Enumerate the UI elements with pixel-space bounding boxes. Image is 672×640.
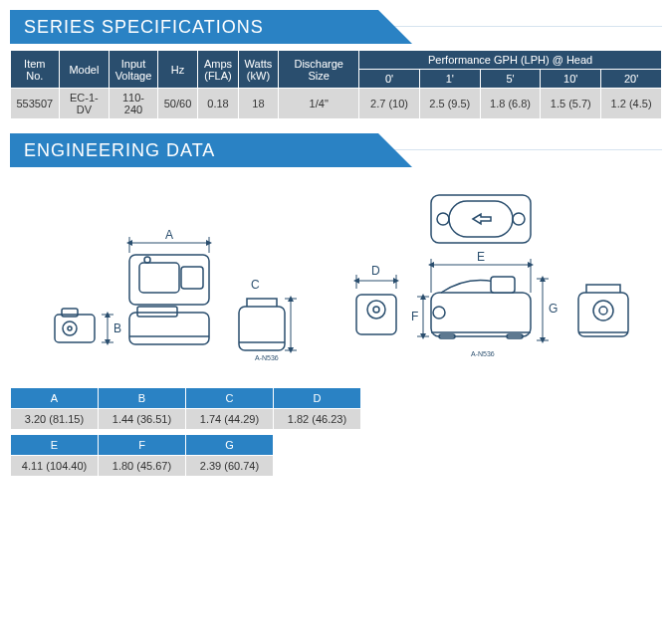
dim-table-2: E F G 4.11 (104.40) 1.80 (45.67) 2.39 (6… — [10, 434, 274, 477]
th-discharge: Discharge Size — [279, 51, 359, 89]
th-h5: 5' — [480, 70, 541, 89]
td-h20: 1.2 (4.5) — [601, 89, 662, 119]
td-model: EC-1-DV — [59, 89, 110, 119]
dim-a-label: A — [165, 228, 173, 242]
svg-rect-14 — [129, 313, 209, 344]
svg-rect-33 — [491, 277, 515, 293]
dimh-b: B — [99, 388, 186, 409]
td-voltage: 110-240 — [110, 89, 158, 119]
eng-data-header-wrap: ENGINEERING DATA — [10, 133, 662, 167]
diagram-top-row: A B — [20, 225, 319, 374]
th-h10: 10' — [541, 70, 601, 89]
eng-data-title: ENGINEERING DATA — [24, 140, 215, 161]
spec-thead: Item No. Model Input Voltage Hz Amps (FL… — [11, 51, 662, 89]
dimh-c: C — [186, 388, 274, 409]
dim-e-label: E — [477, 250, 485, 264]
svg-rect-32 — [431, 293, 531, 336]
dimh-e: E — [11, 435, 99, 456]
dimv-f: 1.80 (45.67) — [99, 456, 186, 477]
th-perf-group: Performance GPH (LPH) @ Head — [359, 51, 662, 70]
series-spec-header-wrap: SERIES SPECIFICATIONS — [10, 10, 662, 44]
spec-tbody: 553507 EC-1-DV 110-240 50/60 0.18 18 1/4… — [11, 89, 662, 119]
td-itemno: 553507 — [11, 89, 60, 119]
th-voltage: Input Voltage — [110, 51, 158, 89]
dimv-d: 1.82 (46.23) — [274, 409, 361, 430]
dimh-a: A — [11, 388, 99, 409]
engineering-diagrams: A B — [20, 185, 662, 377]
th-h0: 0' — [359, 70, 420, 89]
th-h20: 20' — [601, 70, 662, 89]
dimv-g: 2.39 (60.74) — [186, 456, 274, 477]
td-discharge: 1/4" — [279, 89, 359, 119]
td-h10: 1.5 (5.7) — [541, 89, 601, 119]
dimv-c: 1.74 (44.29) — [186, 409, 274, 430]
series-spec-title: SERIES SPECIFICATIONS — [24, 17, 264, 38]
dimv-a: 3.20 (81.15) — [11, 409, 99, 430]
table-row: 553507 EC-1-DV 110-240 50/60 0.18 18 1/4… — [11, 89, 662, 119]
dim-table-1: A B C D 3.20 (81.15) 1.44 (36.51) 1.74 (… — [10, 387, 361, 430]
td-amps: 0.18 — [198, 89, 238, 119]
svg-rect-17 — [239, 307, 285, 350]
spec-table: Item No. Model Input Voltage Hz Amps (FL… — [10, 50, 662, 119]
dimv-b: 1.44 (36.51) — [99, 409, 186, 430]
td-h1: 2.5 (9.5) — [419, 89, 480, 119]
dimh-g: G — [186, 435, 274, 456]
th-hz: Hz — [157, 51, 197, 89]
td-hz: 50/60 — [157, 89, 197, 119]
part-label-2: A-N536 — [471, 350, 495, 357]
part-label-1: A-N536 — [255, 354, 279, 361]
dim-c-label: C — [251, 278, 260, 292]
th-watts: Watts (kW) — [238, 51, 278, 89]
dimv-e: 4.11 (104.40) — [11, 456, 99, 477]
td-h0: 2.7 (10) — [359, 89, 420, 119]
td-h5: 1.8 (6.8) — [480, 89, 541, 119]
eng-data-header: ENGINEERING DATA — [10, 133, 378, 167]
dim-tables: A B C D 3.20 (81.15) 1.44 (36.51) 1.74 (… — [10, 387, 662, 477]
th-amps: Amps (FLA) — [198, 51, 238, 89]
diagram-bottom-row: D E F G — [322, 185, 650, 374]
th-h1: 1' — [419, 70, 480, 89]
dim-g-label: G — [549, 302, 558, 316]
dim-d-label: D — [371, 264, 380, 278]
dimh-f: F — [99, 435, 186, 456]
th-model: Model — [59, 51, 110, 89]
td-watts: 18 — [238, 89, 278, 119]
th-itemno: Item No. — [11, 51, 60, 89]
dimh-d: D — [274, 388, 361, 409]
dim-b-label: B — [113, 321, 121, 335]
series-spec-header: SERIES SPECIFICATIONS — [10, 10, 378, 44]
svg-rect-7 — [55, 315, 95, 342]
dim-f-label: F — [411, 310, 418, 323]
